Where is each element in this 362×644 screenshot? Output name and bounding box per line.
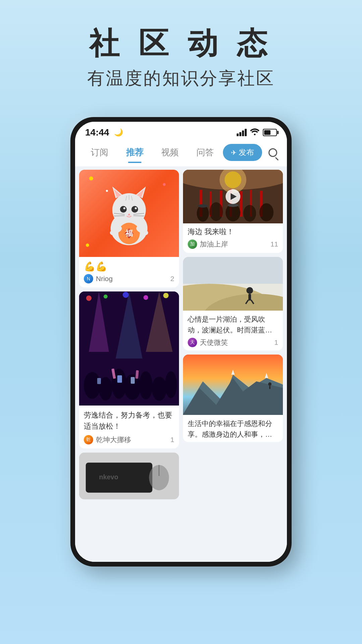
moon-icon: 🌙	[114, 128, 123, 137]
beach-comments: 11	[270, 240, 278, 248]
wifi-icon	[250, 128, 259, 137]
svg-point-66	[243, 205, 256, 222]
cat-card-username: Nriog	[96, 275, 113, 283]
content-area: 福 💪💪	[75, 166, 287, 562]
play-button[interactable]	[226, 189, 240, 204]
concert-card[interactable]: 劳逸结合，努力备考，也要适当放松！ 乾 乾坤大挪移 1	[79, 291, 179, 448]
right-column: 海边 我来啦！ 加 加油上岸 11	[183, 170, 283, 499]
hero-area: 社 区 动 态 有温度的知识分享社区	[0, 0, 362, 110]
mountain-card[interactable]: 生活中的幸福在于感恩和分享。感激身边的人和事，…	[183, 355, 283, 442]
left-column: 福 💪💪	[79, 170, 179, 499]
publish-button[interactable]: ✈ 发布	[223, 144, 262, 161]
svg-rect-38	[131, 377, 135, 384]
tab-recommend[interactable]: 推荐	[117, 144, 152, 161]
svg-point-42	[123, 292, 129, 298]
svg-point-0	[254, 134, 256, 136]
beach-meta: 加 加油上岸 11	[188, 239, 278, 249]
svg-line-15	[133, 216, 144, 216]
search-button[interactable]	[265, 145, 280, 160]
svg-point-43	[143, 295, 148, 300]
svg-line-13	[114, 216, 125, 216]
svg-point-74	[246, 287, 253, 294]
nav-tabs: 订阅 推荐 视频 问答 ✈ 发布	[75, 141, 287, 166]
svg-point-69	[228, 204, 238, 207]
tab-video[interactable]: 视频	[153, 144, 188, 161]
dune-meta: 天 天使微笑 1	[188, 338, 278, 347]
svg-text:nkevo: nkevo	[99, 473, 118, 481]
phone-mockup: 14:44 🌙	[70, 117, 292, 567]
desk-card[interactable]: nkevo	[79, 452, 179, 499]
dune-card[interactable]: 心情是一片湖泊，受风吹动，波澜起伏。时而湛蓝… 天 天使微笑 1	[183, 257, 283, 351]
beach-username: 加油上岸	[200, 239, 228, 249]
battery-icon	[263, 129, 277, 136]
svg-point-55	[225, 171, 241, 188]
concert-avatar: 乾	[84, 435, 93, 444]
svg-point-24	[110, 230, 118, 235]
plane-icon: ✈	[231, 149, 237, 157]
svg-rect-37	[117, 375, 122, 383]
dune-username: 天使微笑	[200, 338, 228, 347]
tab-subscribe[interactable]: 订阅	[82, 144, 117, 161]
mountain-title: 生活中的幸福在于感恩和分享。感激身边的人和事，…	[188, 418, 278, 439]
cat-card-emoji: 💪💪	[84, 261, 174, 272]
masonry-grid: 福 💪💪	[79, 170, 283, 499]
status-bar: 14:44 🌙	[75, 122, 287, 141]
svg-point-40	[86, 296, 92, 301]
svg-rect-39	[97, 378, 101, 384]
dune-title: 心情是一片湖泊，受风吹动，波澜起伏。时而湛蓝…	[188, 314, 278, 335]
hero-subtitle: 有温度的知识分享社区	[0, 67, 362, 90]
status-time: 14:44	[85, 127, 109, 138]
svg-point-36	[165, 371, 177, 398]
cat-card-avatar: N	[84, 274, 93, 283]
tab-qa[interactable]: 问答	[188, 144, 223, 161]
dune-avatar: 天	[188, 338, 197, 347]
svg-rect-75	[248, 294, 251, 301]
status-icons	[237, 128, 277, 137]
svg-point-68	[198, 204, 208, 208]
signal-icon	[237, 129, 247, 136]
svg-rect-71	[183, 257, 283, 284]
svg-point-67	[259, 203, 274, 221]
concert-username: 乾坤大挪移	[96, 435, 131, 444]
hero-title: 社 区 动 态	[0, 27, 362, 60]
concert-card-meta: 乾 乾坤大挪移 1	[84, 435, 174, 444]
svg-rect-48	[86, 463, 153, 492]
concert-comments: 1	[170, 436, 174, 444]
cat-card[interactable]: 福 💪💪	[79, 170, 179, 287]
beach-avatar: 加	[188, 239, 197, 249]
dune-comments: 1	[274, 338, 278, 346]
beach-title: 海边 我来啦！	[188, 227, 278, 237]
svg-point-9	[123, 207, 125, 209]
svg-rect-84	[269, 386, 270, 389]
svg-point-35	[152, 377, 167, 401]
search-icon	[268, 148, 277, 157]
svg-point-10	[135, 207, 137, 209]
svg-text:福: 福	[125, 229, 133, 237]
play-icon	[231, 193, 237, 200]
svg-point-83	[268, 382, 272, 386]
svg-point-34	[139, 371, 153, 399]
phone-screen: 14:44 🌙	[75, 122, 287, 562]
svg-point-25	[140, 230, 148, 235]
svg-point-41	[104, 294, 108, 299]
svg-point-64	[209, 202, 223, 221]
cat-card-meta: N Nriog 2	[84, 274, 174, 283]
svg-point-8	[131, 206, 138, 213]
concert-card-title: 劳逸结合，努力备考，也要适当放松！	[84, 410, 174, 432]
svg-point-44	[163, 293, 169, 298]
svg-point-30	[84, 372, 101, 399]
svg-point-7	[120, 206, 127, 213]
phone-frame: 14:44 🌙	[70, 117, 292, 567]
beach-card[interactable]: 海边 我来啦！ 加 加油上岸 11	[183, 170, 283, 253]
cat-card-comments: 2	[170, 275, 174, 283]
